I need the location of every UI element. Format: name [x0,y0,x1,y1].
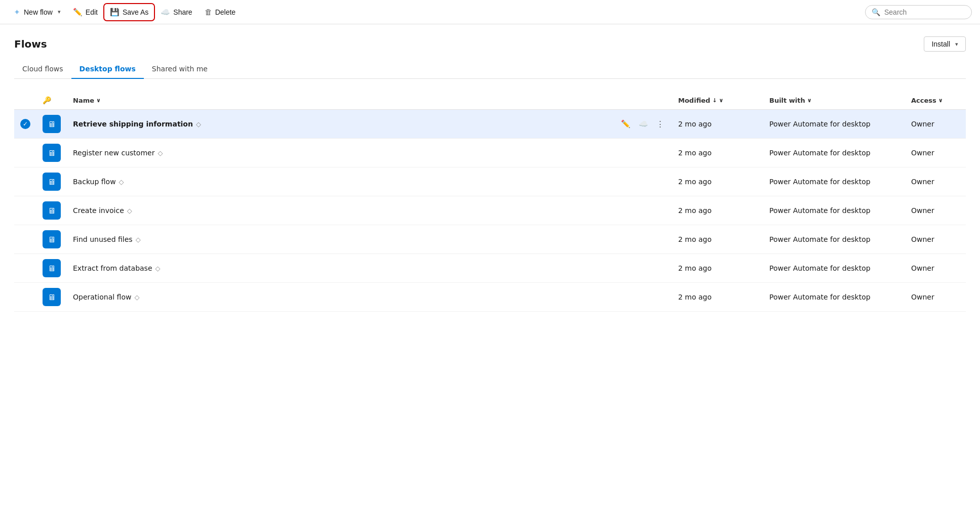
row-checkbox[interactable] [14,283,36,312]
premium-icon: ◇ [158,149,163,157]
row-flow-icon: 🖥 [36,139,67,167]
row-actions-cell [613,283,672,312]
page-header: Flows Install ▾ [14,36,966,52]
flow-icon-box: 🖥 [43,173,61,191]
flow-icon-box: 🖥 [43,144,61,162]
flow-name: Operational flow [73,293,131,301]
premium-icon: ◇ [119,178,124,186]
premium-icon: ◇ [136,236,141,243]
col-modified-header[interactable]: Modified ↓ ∨ [672,91,763,110]
table-row[interactable]: 🖥Extract from database◇2 mo agoPower Aut… [14,254,966,283]
row-actions-cell: ✏️ ☁️ ⋮ [613,110,672,139]
flow-name: Extract from database [73,264,152,272]
table-row[interactable]: 🖥Create invoice◇2 mo agoPower Automate f… [14,196,966,225]
plus-icon: ＋ [13,7,21,17]
edit-icon: ✏️ [73,8,83,17]
new-flow-label: New flow [24,8,53,16]
tab-shared-with-me[interactable]: Shared with me [144,60,216,79]
col-built-with-header[interactable]: Built with ∨ [763,91,905,110]
tab-cloud-flows[interactable]: Cloud flows [14,60,71,79]
row-access: Owner [905,225,966,254]
share-icon: ☁️ [161,8,170,17]
key-icon: 🔑 [43,96,51,104]
page-title: Flows [14,38,47,50]
flow-icon-box: 🖥 [43,201,61,220]
row-checkbox[interactable] [14,254,36,283]
row-flow-icon: 🖥 [36,196,67,225]
row-modified: 2 mo ago [672,167,763,196]
edit-button[interactable]: ✏️ Edit [68,5,103,20]
flows-tbody: ✓🖥Retrieve shipping information◇ ✏️ ☁️ ⋮… [14,110,966,312]
row-name-cell: Retrieve shipping information◇ [67,110,613,139]
row-modified: 2 mo ago [672,196,763,225]
table-row[interactable]: 🖥Backup flow◇2 mo agoPower Automate for … [14,167,966,196]
row-actions-cell [613,225,672,254]
row-checkbox[interactable] [14,139,36,167]
row-flow-icon: 🖥 [36,254,67,283]
row-checkbox[interactable] [14,167,36,196]
name-sort-icon: ∨ [96,97,101,104]
table-row[interactable]: 🖥Operational flow◇2 mo agoPower Automate… [14,283,966,312]
row-actions-cell [613,196,672,225]
desktop-flow-icon: 🖥 [48,177,56,187]
tab-desktop-flows[interactable]: Desktop flows [71,60,144,79]
col-actions-header [613,91,672,110]
save-as-label: Save As [123,8,148,16]
flow-icon-box: 🖥 [43,288,61,306]
row-name-cell: Extract from database◇ [67,254,613,283]
row-actions-cell [613,139,672,167]
install-chevron-icon: ▾ [955,41,958,48]
flow-name: Backup flow [73,178,116,186]
desktop-flow-icon: 🖥 [48,206,56,216]
name-sort[interactable]: Name ∨ [73,97,101,104]
flow-icon-box: 🖥 [43,115,61,133]
col-check-header [14,91,36,110]
delete-icon: 🗑 [205,8,212,16]
row-modified: 2 mo ago [672,225,763,254]
row-share-button[interactable]: ☁️ [637,117,650,131]
table-row[interactable]: 🖥Register new customer◇2 mo agoPower Aut… [14,139,966,167]
row-built-with: Power Automate for desktop [763,225,905,254]
search-input[interactable] [884,8,965,16]
col-key-header: 🔑 [36,91,67,110]
row-checkbox[interactable] [14,196,36,225]
built-with-sort-chevron-icon: ∨ [807,97,812,104]
row-more-button[interactable]: ⋮ [654,117,666,131]
col-access-header[interactable]: Access ∨ [905,91,966,110]
built-with-sort[interactable]: Built with ∨ [769,97,812,104]
row-name-cell: Backup flow◇ [67,167,613,196]
row-built-with: Power Automate for desktop [763,167,905,196]
share-button[interactable]: ☁️ Share [155,5,197,20]
flow-name: Register new customer [73,149,154,157]
delete-button[interactable]: 🗑 Delete [200,5,241,19]
save-as-button[interactable]: 💾 Save As [105,5,153,20]
new-flow-button[interactable]: ＋ New flow ▾ [8,4,66,20]
access-sort[interactable]: Access ∨ [911,97,943,104]
desktop-flow-icon: 🖥 [48,148,56,158]
modified-sort[interactable]: Modified ↓ ∨ [678,97,724,104]
row-flow-icon: 🖥 [36,225,67,254]
row-checkbox[interactable]: ✓ [14,110,36,139]
col-name-header[interactable]: Name ∨ [67,91,613,110]
search-box[interactable]: 🔍 [865,5,972,19]
row-access: Owner [905,139,966,167]
premium-icon: ◇ [127,207,132,215]
row-access: Owner [905,283,966,312]
save-as-icon: 💾 [110,8,120,17]
row-access: Owner [905,167,966,196]
row-modified: 2 mo ago [672,139,763,167]
row-actions-cell [613,167,672,196]
table-row[interactable]: 🖥Find unused files◇2 mo agoPower Automat… [14,225,966,254]
install-button[interactable]: Install ▾ [924,36,966,52]
row-edit-button[interactable]: ✏️ [619,117,633,131]
row-built-with: Power Automate for desktop [763,110,905,139]
row-checkbox[interactable] [14,225,36,254]
table-row[interactable]: ✓🖥Retrieve shipping information◇ ✏️ ☁️ ⋮… [14,110,966,139]
row-name-cell: Operational flow◇ [67,283,613,312]
edit-label: Edit [86,8,98,16]
row-actions: ✏️ ☁️ ⋮ [619,117,666,131]
modified-sort-chevron-icon: ∨ [719,97,724,104]
flow-name: Find unused files [73,235,133,243]
flow-icon-box: 🖥 [43,230,61,248]
desktop-flow-icon: 🖥 [48,264,56,273]
